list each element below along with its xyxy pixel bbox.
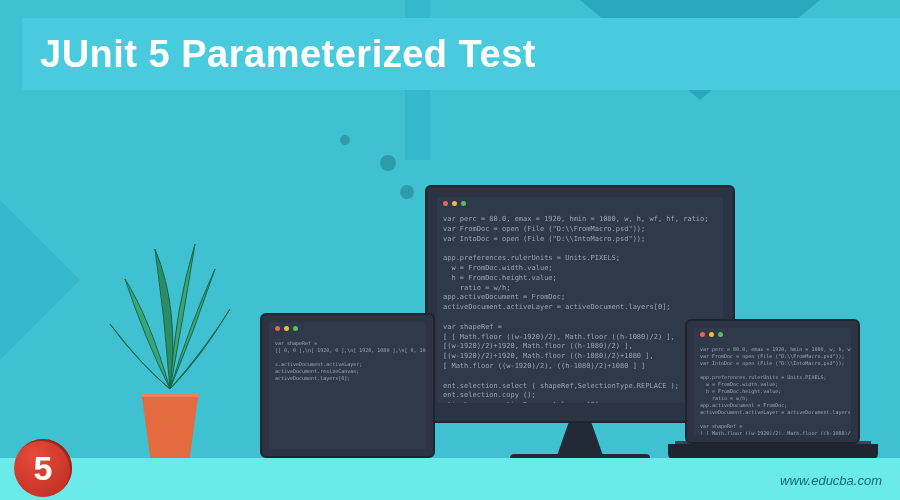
window-controls-icon	[700, 332, 723, 337]
plant-leaves-icon	[105, 239, 235, 399]
plant-pot-icon	[136, 393, 204, 463]
ground-bar	[0, 458, 900, 500]
code-snippet: var shapeRef = [[ 0, 0 ],\n[ 1920, 0 ],\…	[275, 340, 420, 382]
tablet-device: var shapeRef = [[ 0, 0 ],\n[ 1920, 0 ],\…	[260, 313, 435, 458]
illustration-scene: var perc = 80.0, emax = 1920, hmin = 108…	[0, 88, 900, 458]
junit5-logo-icon: 5	[14, 439, 72, 497]
laptop-device: var perc = 80.0, emax = 1920, hmin = 108…	[685, 319, 860, 444]
code-snippet: var perc = 80.0, emax = 1920, hmin = 108…	[443, 215, 717, 403]
plant-illustration	[105, 239, 235, 463]
desktop-screen: var perc = 80.0, emax = 1920, hmin = 108…	[437, 197, 723, 403]
laptop-screen: var perc = 80.0, emax = 1920, hmin = 108…	[694, 328, 851, 435]
logo-number: 5	[34, 449, 53, 488]
header-bar: JUnit 5 Parameterized Test	[22, 18, 900, 90]
window-controls-icon	[275, 326, 298, 331]
code-snippet: var perc = 80.0, emax = 1920, hmin = 108…	[700, 346, 845, 435]
window-controls-icon	[443, 201, 466, 206]
page-title: JUnit 5 Parameterized Test	[40, 33, 536, 76]
watermark-text: www.educba.com	[780, 473, 882, 488]
tablet-screen: var shapeRef = [[ 0, 0 ],\n[ 1920, 0 ],\…	[269, 322, 426, 449]
